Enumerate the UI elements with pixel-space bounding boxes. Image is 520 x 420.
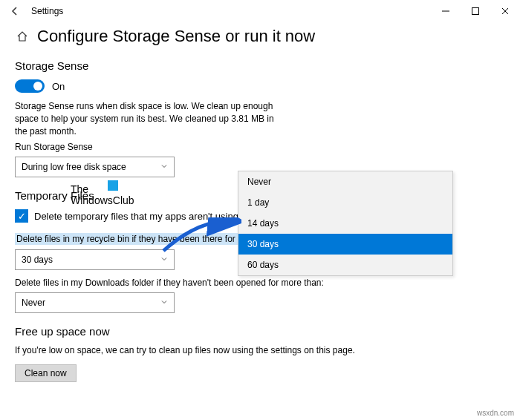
recycle-bin-value: 30 days [22,255,53,265]
chevron-down-icon [160,163,168,171]
storage-sense-heading: Storage Sense [15,59,505,72]
credit-text: wsxdn.com [477,409,514,417]
window-controls [431,0,520,22]
page-title: Configure Storage Sense or run it now [37,27,315,46]
home-icon[interactable] [15,29,30,44]
dropdown-option[interactable]: 60 days [238,255,452,275]
free-up-description: If you're low on space, we can try to cl… [15,345,505,355]
close-button[interactable] [490,0,520,22]
minimize-button[interactable] [431,0,461,22]
downloads-value: Never [22,298,45,308]
recycle-bin-select[interactable]: 30 days [15,249,175,270]
storage-sense-toggle[interactable] [15,79,45,93]
chevron-down-icon [160,255,168,264]
delete-temp-checkbox[interactable]: ✓ [15,209,28,223]
downloads-select[interactable]: Never [15,292,175,313]
toggle-state-label: On [52,81,65,92]
recycle-bin-dropdown: Never1 day14 days30 days60 days [238,171,453,276]
dropdown-option[interactable]: 1 day [238,192,452,213]
back-icon[interactable] [9,5,21,17]
free-up-heading: Free up space now [15,325,505,338]
run-storage-sense-label: Run Storage Sense [15,142,505,152]
chevron-down-icon [160,298,168,307]
maximize-button[interactable] [461,0,490,22]
delete-temp-label: Delete temporary files that my apps aren… [34,211,238,222]
downloads-label: Delete files in my Downloads folder if t… [15,278,505,288]
storage-sense-description: Storage Sense runs when disk space is lo… [15,100,282,137]
run-storage-sense-select[interactable]: During low free disk space [15,157,175,177]
dropdown-option[interactable]: 14 days [238,213,452,234]
svg-rect-1 [472,8,479,15]
dropdown-option[interactable]: Never [238,171,452,192]
titlebar: Settings [0,0,520,22]
clean-now-button[interactable]: Clean now [15,364,77,382]
window-title: Settings [31,6,63,16]
run-storage-sense-value: During low free disk space [22,162,126,172]
dropdown-option[interactable]: 30 days [238,234,452,255]
